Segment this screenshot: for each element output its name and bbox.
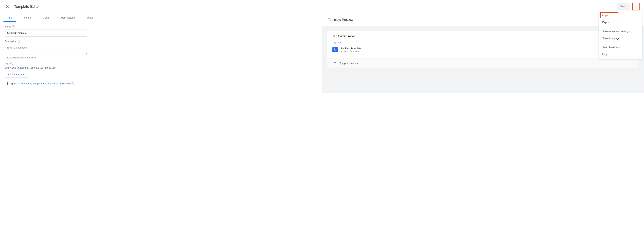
save-button[interactable]: Save <box>617 3 630 10</box>
tag-row[interactable]: U Untitled Template Custom Template <box>332 46 634 55</box>
agree-text: Agree to Community Template Gallery Term… <box>10 82 74 85</box>
appbar: Template Editor Save <box>0 0 644 13</box>
close-icon <box>6 5 9 9</box>
description-helper: 200/200 characters remaining <box>6 56 317 59</box>
tab-tests[interactable]: Tests <box>81 13 99 22</box>
app-title: Template Editor <box>14 4 40 9</box>
description-label: Description <box>5 40 16 43</box>
preview-body: Tag Configuration Tag Type U Untitled Te… <box>322 26 644 93</box>
left-panel: Info Fields Code Permissions Tests Name … <box>0 13 322 98</box>
menu-item-import[interactable]: Import <box>599 12 642 19</box>
name-label: Name <box>5 25 11 28</box>
icon-note: Select only images that you have the rig… <box>5 66 317 69</box>
help-icon[interactable]: ? <box>12 26 15 28</box>
info-form: Name ? Description ? 200/200 characters … <box>0 22 322 88</box>
name-input[interactable] <box>5 29 87 37</box>
tag-subtitle: Custom Template <box>341 50 361 53</box>
terms-link[interactable]: Community Template Gallery Terms of Serv… <box>20 82 70 85</box>
tag-name: Untitled Template <box>341 47 361 50</box>
help-icon[interactable]: ? <box>18 40 20 43</box>
more-vert-icon <box>634 5 638 8</box>
preview-card: Tag Configuration Tag Type U Untitled Te… <box>328 31 638 68</box>
help-icon[interactable]: ? <box>10 63 13 65</box>
right-panel: Template Preview Tag Configuration Tag T… <box>322 13 644 98</box>
close-button[interactable] <box>4 3 11 10</box>
svg-point-1 <box>636 6 636 7</box>
permissions-label: Tag permissions <box>340 62 358 65</box>
description-textarea[interactable] <box>5 44 87 55</box>
preview-header: Template Preview <box>322 13 644 26</box>
tab-info[interactable]: Info <box>2 13 18 22</box>
choose-image-button[interactable]: Choose image <box>5 71 28 78</box>
tag-type-icon: U <box>332 47 338 52</box>
menu-item-advanced[interactable]: Show advanced settings <box>599 28 642 35</box>
key-icon <box>332 61 336 65</box>
agree-checkbox[interactable] <box>5 82 8 85</box>
svg-point-2 <box>636 7 636 8</box>
more-menu: Import Export Show advanced settings Sho… <box>599 11 642 59</box>
more-button-highlight <box>632 3 640 11</box>
svg-point-0 <box>636 6 636 6</box>
menu-divider <box>599 43 642 43</box>
menu-item-feedback[interactable]: Send Feedback <box>599 44 642 51</box>
tag-type-label: Tag Type <box>332 41 634 44</box>
icon-label: Icon <box>5 62 9 65</box>
tab-code[interactable]: Code <box>37 13 55 22</box>
menu-item-testpage[interactable]: Show test page <box>599 35 642 42</box>
menu-divider <box>599 27 642 27</box>
menu-item-help[interactable]: Help <box>599 51 642 58</box>
help-icon[interactable]: ? <box>72 82 74 85</box>
menu-item-export[interactable]: Export <box>599 19 642 26</box>
tabs: Info Fields Code Permissions Tests <box>0 13 322 22</box>
tag-permissions-row[interactable]: Tag permissions <box>328 58 638 68</box>
more-button[interactable] <box>633 3 640 10</box>
tab-permissions[interactable]: Permissions <box>55 13 81 22</box>
card-title: Tag Configuration <box>332 35 634 38</box>
tab-fields[interactable]: Fields <box>18 13 37 22</box>
